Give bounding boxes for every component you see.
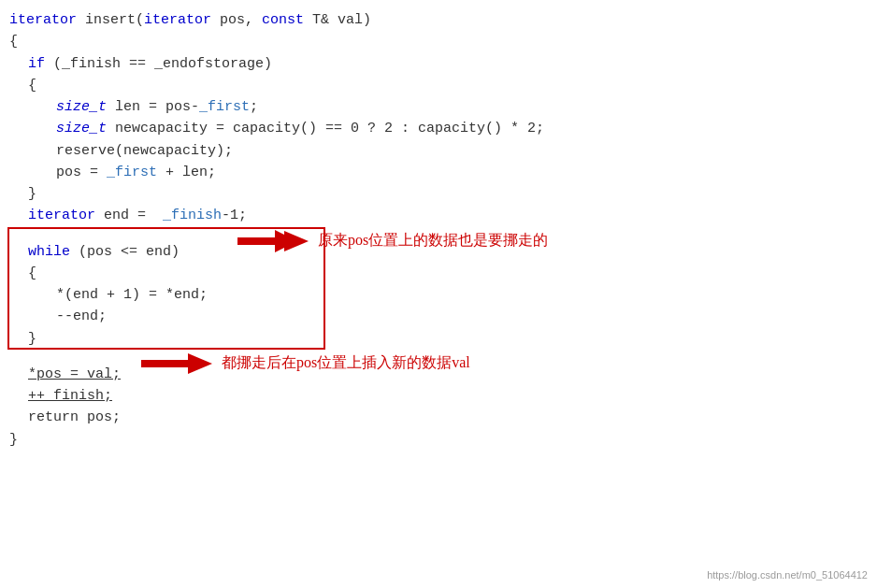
kw-iterator-1: iterator	[9, 9, 77, 31]
plain-pos: pos,	[211, 9, 262, 31]
code-line-6: size_t newcapacity = capacity() == 0 ? 2…	[0, 118, 877, 139]
brace-close-3: }	[9, 429, 18, 451]
code-line-3: if (_finish == _endofstorage)	[0, 53, 877, 75]
code-line-13: *(end + 1) = *end;	[0, 284, 877, 306]
code-line-2: {	[0, 31, 877, 52]
kw-iterator-2: iterator	[144, 9, 211, 31]
kw-while: while	[28, 241, 70, 263]
brace-open-3: {	[28, 263, 36, 284]
code-line-11: while (pos <= end) 原来pos位置上的数据也是要挪走的	[0, 227, 877, 263]
plain-tval: T& val)	[304, 9, 371, 31]
svg-rect-5	[141, 360, 188, 367]
plain-newcap: newcapacity = capacity() == 0 ? 2 : capa…	[107, 118, 544, 139]
red-arrow-2-icon	[139, 350, 214, 378]
code-line-15: }	[0, 328, 877, 350]
brace-open-1: {	[9, 31, 18, 52]
kw-iterator-3: iterator	[28, 205, 95, 226]
plain-reserve: reserve(newcapacity);	[56, 140, 233, 162]
code-line-18: return pos;	[0, 407, 877, 428]
plain-finish: ++_finish;	[28, 385, 112, 407]
plain-semi-1: ;	[250, 96, 258, 118]
code-line-8: pos = _first + len;	[0, 162, 877, 183]
svg-marker-6	[188, 353, 212, 374]
code-line-16: *pos = val; 都挪走后在pos位置上插入新的数据val	[0, 350, 877, 385]
watermark: https://blog.csdn.net/m0_51064412	[707, 567, 868, 583]
plain-return: return pos;	[28, 407, 121, 428]
brace-open-2: {	[28, 75, 36, 96]
plain-pos-assign: pos =	[56, 162, 107, 183]
plain-end-assign: end =	[95, 205, 154, 226]
code-line-17: ++_finish;	[0, 385, 877, 407]
var-first-2: _first	[107, 162, 157, 183]
code-line-12: {	[0, 263, 877, 284]
plain-insert: insert(	[77, 9, 144, 31]
while-block-wrapper: while (pos <= end) 原来pos位置上的数据也是要挪走的	[0, 227, 877, 350]
red-arrow-1-icon	[236, 227, 310, 255]
svg-marker-3	[284, 231, 309, 251]
plain-while-cond: (pos <= end)	[70, 241, 180, 263]
type-sizet-2: size_t	[56, 118, 107, 139]
code-line-10: iterator end = _finish -1;	[0, 205, 877, 226]
plain-pluslen: + len;	[157, 162, 216, 183]
plain-decend: --end;	[56, 306, 107, 327]
kw-if: if	[28, 53, 45, 75]
var-finish-1: _finish	[154, 205, 222, 226]
annotation-1-container: 原来pos位置上的数据也是要挪走的	[236, 227, 548, 255]
svg-rect-2	[237, 237, 284, 245]
annotation-text-2: 都挪走后在pos位置上插入新的数据val	[222, 351, 470, 375]
code-line-1: iterator insert( iterator pos, const T& …	[0, 9, 877, 31]
plain-len: len = pos-	[107, 96, 199, 118]
var-first-1: _first	[199, 96, 250, 118]
plain-move: *(end + 1) = *end;	[56, 284, 208, 306]
brace-close-2: }	[28, 328, 36, 350]
plain-posval: *pos = val;	[28, 364, 121, 385]
plain-minus1: -1;	[222, 205, 247, 226]
code-container: iterator insert( iterator pos, const T& …	[0, 0, 877, 460]
code-line-14: --end;	[0, 306, 877, 327]
code-line-9: }	[0, 183, 877, 205]
annotation-text-1: 原来pos位置上的数据也是要挪走的	[318, 229, 548, 252]
code-line-4: {	[0, 75, 877, 96]
code-line-19: }	[0, 429, 877, 451]
type-sizet-1: size_t	[56, 96, 107, 118]
annotation-2-container: 都挪走后在pos位置上插入新的数据val	[139, 350, 470, 378]
code-line-7: reserve(newcapacity);	[0, 140, 877, 162]
kw-const: const	[262, 9, 304, 31]
plain-cond: (_finish == _endofstorage)	[45, 53, 272, 75]
brace-close-1: }	[28, 183, 36, 205]
code-line-5: size_t len = pos- _first ;	[0, 96, 877, 118]
